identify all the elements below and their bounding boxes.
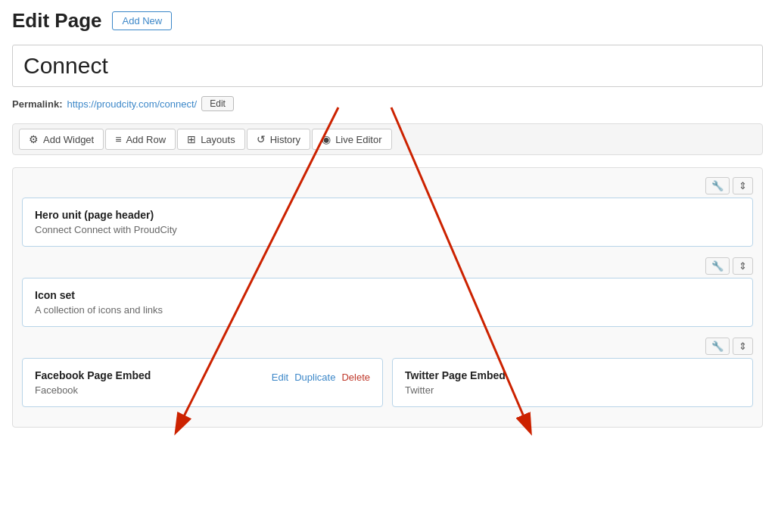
permalink-label: Permalink:	[12, 98, 62, 110]
icon-set-controls: 🔧 ⇕	[22, 257, 753, 275]
two-col-wrench-button[interactable]: 🔧	[705, 338, 730, 355]
history-icon: ↺	[257, 133, 266, 145]
two-col-move-button[interactable]: ⇕	[733, 338, 753, 355]
grid-icon: ⊞	[187, 133, 196, 145]
twitter-embed-title: Twitter Page Embed	[405, 369, 740, 381]
page-title: Edit Page	[12, 9, 101, 33]
two-col-controls: 🔧 ⇕	[22, 338, 753, 355]
two-col-row: Facebook Page Embed Edit Duplicate Delet…	[22, 358, 753, 407]
live-editor-button[interactable]: ◉ Live Editor	[312, 129, 391, 150]
live-editor-label: Live Editor	[335, 134, 381, 145]
facebook-embed-title: Facebook Page Embed	[35, 369, 151, 381]
icon-set-row: 🔧 ⇕ Icon set A collection of icons and l…	[22, 257, 753, 327]
add-row-label: Add Row	[126, 134, 166, 145]
twitter-embed-block: Twitter Page Embed Twitter	[392, 358, 753, 407]
hero-unit-block: Hero unit (page header) Connect Connect …	[22, 198, 753, 247]
toolbar: ⚙ Add Widget ≡ Add Row ⊞ Layouts ↺ Histo…	[12, 123, 763, 155]
hero-unit-wrench-button[interactable]: 🔧	[705, 177, 730, 194]
icon-set-move-button[interactable]: ⇕	[733, 257, 753, 275]
live-editor-icon: ◉	[322, 133, 331, 145]
facebook-embed-subtitle: Facebook	[35, 384, 370, 396]
two-col-row-wrapper: 🔧 ⇕ Facebook Page Embed Edit Duplicate D…	[22, 338, 753, 407]
page-header: Edit Page Add New	[12, 9, 763, 33]
twitter-embed-subtitle: Twitter	[405, 384, 740, 396]
layouts-label: Layouts	[201, 134, 235, 145]
icon-set-wrench-button[interactable]: 🔧	[705, 257, 730, 275]
hero-unit-title: Hero unit (page header)	[35, 209, 740, 221]
hero-unit-row: 🔧 ⇕ Hero unit (page header) Connect Conn…	[22, 177, 753, 247]
page-title-input[interactable]	[12, 45, 763, 87]
facebook-embed-header: Facebook Page Embed Edit Duplicate Delet…	[35, 369, 370, 384]
icon-set-title: Icon set	[35, 289, 740, 301]
gear-icon: ⚙	[29, 133, 39, 145]
permalink-url[interactable]: https://proudcity.com/connect/	[67, 98, 197, 110]
add-widget-button[interactable]: ⚙ Add Widget	[19, 129, 104, 150]
content-area: 🔧 ⇕ Hero unit (page header) Connect Conn…	[12, 167, 763, 428]
history-label: History	[270, 134, 300, 145]
facebook-edit-link[interactable]: Edit	[272, 372, 288, 383]
add-widget-label: Add Widget	[43, 134, 94, 145]
hero-unit-controls: 🔧 ⇕	[22, 177, 753, 194]
add-row-button[interactable]: ≡ Add Row	[105, 129, 176, 150]
facebook-embed-actions: Edit Duplicate Delete	[272, 372, 370, 383]
hero-unit-move-button[interactable]: ⇕	[733, 177, 753, 194]
hero-unit-subtitle: Connect Connect with ProudCity	[35, 224, 740, 235]
add-new-button[interactable]: Add New	[112, 11, 172, 30]
facebook-delete-link[interactable]: Delete	[341, 372, 370, 383]
history-button[interactable]: ↺ History	[247, 129, 310, 150]
facebook-embed-block: Facebook Page Embed Edit Duplicate Delet…	[22, 358, 383, 407]
facebook-duplicate-link[interactable]: Duplicate	[294, 372, 335, 383]
icon-set-subtitle: A collection of icons and links	[35, 304, 740, 316]
permalink-row: Permalink: https://proudcity.com/connect…	[12, 96, 763, 111]
layouts-button[interactable]: ⊞ Layouts	[177, 129, 245, 150]
list-icon: ≡	[115, 133, 121, 145]
icon-set-block: Icon set A collection of icons and links	[22, 278, 753, 327]
permalink-edit-button[interactable]: Edit	[201, 96, 234, 111]
